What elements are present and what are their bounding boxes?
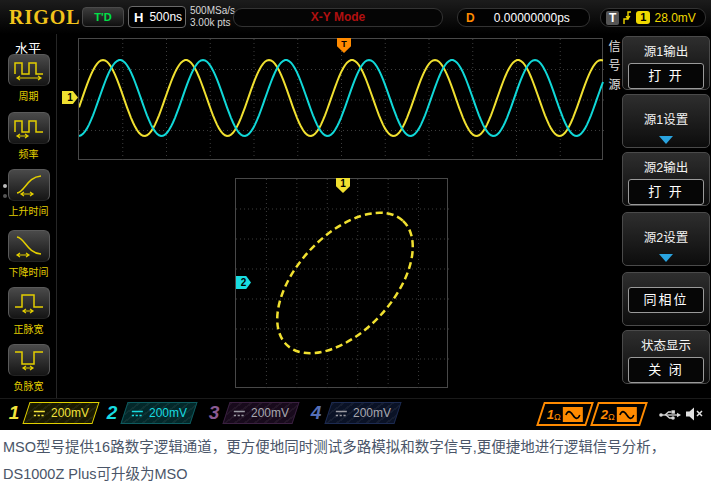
frequency-icon	[13, 116, 45, 140]
sample-rate-readout: 500MSa/s 3.00k pts	[190, 5, 235, 29]
fall-time-icon	[13, 234, 45, 258]
menu-item-header: 源2设置	[627, 227, 705, 246]
sidebar-item-period[interactable]: 周期	[0, 54, 57, 103]
menu-item-source2-output: 源2输出 打 开	[622, 152, 710, 206]
channel1-scale: 200mV	[51, 406, 89, 420]
sidebar-item-label: 负脉宽	[0, 378, 57, 393]
dc-coupling-icon	[131, 409, 144, 418]
sidebar-item-fall-time[interactable]: 下降时间	[0, 230, 57, 279]
positive-pulse-width-icon	[13, 291, 45, 315]
sidebar-item-label: 上升时间	[0, 203, 57, 218]
menu-item-header: 源2输出	[627, 157, 705, 176]
menu-item-header: 源1设置	[627, 109, 705, 128]
menu-page-dot	[3, 184, 7, 188]
trigger-settings-box[interactable]: T 1 28.0mV	[600, 8, 706, 27]
time-domain-waveforms	[79, 39, 604, 161]
trigger-edge-icon	[623, 11, 632, 25]
trigger-label: T	[606, 11, 619, 25]
channel2-badge[interactable]: 2 200mV	[102, 401, 194, 425]
caption-text: MSO型号提供16路数字逻辑通道，更方便地同时测试多路模拟和数字信号,更便捷地进…	[0, 430, 711, 483]
dc-coupling-icon	[233, 409, 246, 418]
sidebar-item-negative-pulse-width[interactable]: 负脉宽	[0, 344, 57, 393]
signal-source-menu: 信号源 源1输出 打 开 源1设置 源2输出 打 开 源2设置 同相位	[604, 34, 711, 398]
channel3-number: 3	[204, 402, 224, 424]
caption-line-2: DS1000Z Plus可升级为MSO	[3, 462, 188, 483]
sidebar-item-label: 频率	[0, 146, 57, 161]
timebase-value: 500ns	[149, 10, 182, 24]
source2-output-button[interactable]: 打 开	[628, 179, 704, 205]
h-label: H	[134, 10, 143, 25]
channel1-badge[interactable]: 1 200mV	[4, 401, 96, 425]
menu-title-vertical: 信号源	[606, 40, 622, 97]
channel4-scale: 200mV	[353, 406, 391, 420]
horizontal-timebase-box[interactable]: H 500ns	[128, 6, 186, 28]
sample-rate: 500MSa/s	[190, 5, 235, 17]
measure-sidebar: 水平 周期 频率 上升时间 下降时间 正脉宽	[0, 34, 57, 398]
source1-output-button[interactable]: 打 开	[628, 63, 704, 89]
caption-line-1: MSO型号提供16路数字逻辑通道，更方便地同时测试多路模拟和数字信号,更便捷地进…	[3, 435, 665, 456]
dc-coupling-icon	[335, 409, 348, 418]
menu-item-header: 源1输出	[627, 41, 705, 60]
speaker-muted-icon	[685, 406, 705, 422]
channel3-badge[interactable]: 3 200mV	[204, 401, 296, 425]
memory-depth: 3.00k pts	[190, 17, 235, 29]
menu-item-status-display: 状态显示 关 闭	[622, 330, 710, 384]
chevron-down-icon	[659, 254, 673, 262]
menu-page-dot	[3, 194, 7, 198]
source1-impedance: Ω	[554, 412, 561, 422]
trigger-level-value: 28.0mV	[654, 11, 695, 25]
xy-mode-grid	[235, 178, 448, 388]
ch1-position-marker[interactable]: 1	[62, 91, 78, 104]
scope-screen: RIGOL T'D H 500ns 500MSa/s 3.00k pts X-Y…	[0, 0, 711, 430]
channel4-badge[interactable]: 4 200mV	[306, 401, 398, 425]
rigol-logo: RIGOL	[9, 6, 81, 29]
sidebar-item-label: 下降时间	[0, 264, 57, 279]
horizontal-delay-box[interactable]: D 0.00000000ps	[457, 8, 590, 27]
source2-status-badge[interactable]: 2 Ω	[590, 402, 648, 426]
sidebar-item-rise-time[interactable]: 上升时间	[0, 169, 57, 218]
channel2-number: 2	[102, 402, 122, 424]
negative-pulse-width-icon	[13, 348, 45, 372]
status-top-bar: RIGOL T'D H 500ns 500MSa/s 3.00k pts X-Y…	[0, 0, 711, 34]
sidebar-item-label: 周期	[0, 88, 57, 103]
menu-item-source1-output: 源1输出 打 开	[622, 36, 710, 90]
sine-icon	[565, 409, 581, 419]
chevron-down-icon	[659, 136, 673, 144]
sine-icon	[619, 409, 635, 419]
trigger-source-badge: 1	[636, 11, 650, 24]
menu-item-same-phase: 同相位	[622, 272, 710, 326]
delay-label: D	[466, 11, 475, 25]
delay-value: 0.00000000ps	[475, 11, 589, 25]
menu-item-source1-settings[interactable]: 源1设置	[622, 94, 710, 148]
channel1-number: 1	[4, 402, 24, 424]
channel4-number: 4	[306, 402, 326, 424]
sidebar-item-frequency[interactable]: 频率	[0, 112, 57, 161]
time-domain-grid	[78, 38, 603, 160]
source2-impedance: Ω	[608, 412, 615, 422]
trigger-status-badge: T'D	[82, 7, 124, 27]
sidebar-item-label: 正脉宽	[0, 321, 57, 336]
rigol-oscilloscope-screenshot: RIGOL T'D H 500ns 500MSa/s 3.00k pts X-Y…	[0, 0, 711, 483]
lissajous-figure	[236, 179, 449, 389]
source1-status-badge[interactable]: 1 Ω	[536, 402, 594, 426]
sidebar-item-positive-pulse-width[interactable]: 正脉宽	[0, 287, 57, 336]
channel2-scale: 200mV	[149, 406, 187, 420]
menu-item-header: 状态显示	[627, 335, 705, 354]
period-icon	[13, 58, 45, 82]
channel3-scale: 200mV	[251, 406, 289, 420]
channel-status-bar: 1 200mV 2 200mV 3 200mV 4 200mV 1 Ω 2	[0, 398, 711, 430]
usb-icon	[658, 408, 682, 422]
status-display-button[interactable]: 关 闭	[628, 357, 704, 383]
rise-time-icon	[13, 173, 45, 197]
dc-coupling-icon	[33, 409, 46, 418]
same-phase-button[interactable]: 同相位	[628, 287, 704, 313]
acquisition-mode-banner: X-Y Mode	[233, 8, 443, 27]
menu-item-source2-settings[interactable]: 源2设置	[622, 212, 710, 266]
